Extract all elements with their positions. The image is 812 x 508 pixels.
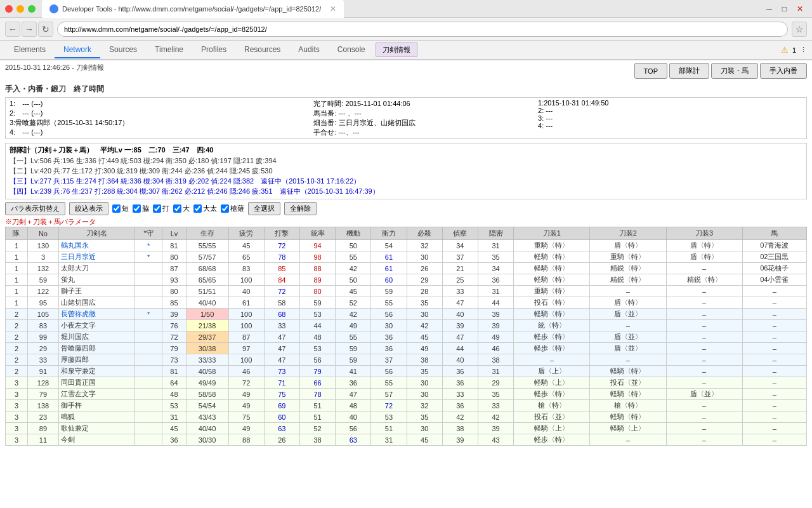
tab-network[interactable]: Network xyxy=(55,42,100,58)
breadcrumb: 2015-10-31 12:46:26 - 刀剣情報 xyxy=(5,63,104,72)
address-input[interactable] xyxy=(57,22,788,37)
table-row[interactable]: 379江雪左文字4858/584975784757303335軽歩〈特〉軽騎〈特… xyxy=(6,389,807,400)
filter-tan[interactable]: 短 xyxy=(112,204,129,213)
window-action-buttons[interactable]: ─ □ ✕ xyxy=(763,4,807,13)
name-cell: 和泉守兼定 xyxy=(59,366,135,377)
warning-count: 1 xyxy=(792,46,796,54)
table-row[interactable]: 389歌仙兼定4540/404963525651303839軽騎〈上〉軽騎〈上〉… xyxy=(6,423,807,434)
col-name: 刀剣名 xyxy=(59,227,135,240)
stats-line-1: 【一】Lv:506 兵:196 生:336 打:449 統:503 槻:294 … xyxy=(10,156,802,166)
content-area: 2015-10-31 12:46:26 - 刀剣情報 TOP 部隊計 刀装・馬 … xyxy=(0,60,812,488)
info-row-1: 1: --- (---) xyxy=(10,99,306,109)
section1-header: 手入・内番・鍛刀 終了時間 xyxy=(5,84,807,95)
tab-katanajouhou[interactable]: 刀剣情報 xyxy=(376,43,417,57)
filter-note: ※刀剣＋刀装＋馬パラメータ xyxy=(5,217,807,227)
teiru-button[interactable]: 手入内番 xyxy=(760,63,807,79)
tab-timeline[interactable]: Timeline xyxy=(146,42,192,58)
col-eq2: 刀装2 xyxy=(590,227,666,240)
col-ctrl: 統率 xyxy=(299,227,335,240)
top-buttons: TOP 部隊計 刀装・馬 手入内番 xyxy=(634,63,807,79)
stats-line-3: 【三】Lv:277 兵:115 生:274 打:364 統:336 槻:304 … xyxy=(10,177,802,186)
table-row[interactable]: 291和泉守兼定8140/584673794156353631盾〈上〉軽騎〈特〉… xyxy=(6,366,807,377)
forward-button[interactable]: → xyxy=(22,22,37,37)
name-cell: 鳴狐 xyxy=(59,411,135,423)
butal-button[interactable]: 部隊計 xyxy=(669,63,709,79)
tab-profiles[interactable]: Profiles xyxy=(192,42,235,58)
name-cell: 厚藤四郎 xyxy=(59,354,135,366)
restore-icon[interactable]: □ xyxy=(778,4,790,13)
table-row[interactable]: 3128同田貫正国6449/497271663655303629軽騎〈上〉投石〈… xyxy=(6,377,807,389)
name-cell: 同田貫正国 xyxy=(59,377,135,389)
close-button[interactable] xyxy=(5,5,13,13)
col-atk: 打撃 xyxy=(264,227,299,240)
stats-header: 部隊計（刀剣＋刀装＋馬） 平均Lv 一:85 二:70 三:47 四:40 xyxy=(10,145,802,155)
table-row[interactable]: 13三日月宗近*8057/576578985561303735軽騎〈特〉重騎〈特… xyxy=(6,251,807,263)
table-row[interactable]: 1132太郎大刀8768/688385884261262134軽騎〈特〉精鋭〈特… xyxy=(6,263,807,274)
devtools-tab-bar: Elements Network Sources Timeline Profil… xyxy=(0,41,812,60)
stats-avg: 平均Lv 一:85 二:70 三:47 四:40 xyxy=(100,146,214,154)
data-table: 隊 No 刀剣名 *守 Lv 生存 疲労 打撃 統率 機動 衝力 必殺 偵察 隠… xyxy=(5,227,807,446)
tab-sources[interactable]: Sources xyxy=(100,42,146,58)
stats-box: 部隊計（刀剣＋刀装＋馬） 平均Lv 一:85 二:70 三:47 四:40 【一… xyxy=(5,143,807,199)
para-toggle-button[interactable]: パラ表示切替え xyxy=(5,202,65,215)
name-cell: 鶴丸国永 xyxy=(59,240,135,251)
info-row-4: 4: --- (---) xyxy=(10,128,306,137)
col-hp: 生存 xyxy=(186,227,228,240)
table-row[interactable]: 283小夜左文字7621/3810033444930423939統〈特〉––– xyxy=(6,320,807,331)
narrow-button[interactable]: 絞込表示 xyxy=(69,202,108,215)
table-row[interactable]: 3138御手杵5354/544969514872323633槍〈特〉槍〈特〉–– xyxy=(6,400,807,411)
maximize-button[interactable] xyxy=(28,5,36,13)
table-row[interactable]: 2105長曽祢虎徹*391/5010068534256304039軽騎〈特〉盾〈… xyxy=(6,309,807,320)
toso-button[interactable]: 刀装・馬 xyxy=(711,63,758,79)
filter-row: パラ表示切替え 絞込表示 短 脇 打 大 大太 槍薙 全選択 全解除 xyxy=(5,202,807,215)
info-complete: 完了時間: 2015-11-01 01:44:06 xyxy=(313,99,530,109)
col-no: No xyxy=(27,227,58,240)
info-mid: 完了時間: 2015-11-01 01:44:06 馬当番: --- 、--- … xyxy=(310,98,534,139)
table-row[interactable]: 1122獅子王8051/514072804559283331重騎〈特〉––– xyxy=(6,286,807,297)
close-icon[interactable]: ✕ xyxy=(793,4,807,13)
name-cell: 今剣 xyxy=(59,434,135,446)
table-row[interactable]: 323鳴狐3143/437560514053354242投石〈並〉軽騎〈特〉–– xyxy=(6,411,807,423)
browser-tab[interactable]: Developer Tools - http://www.dmm.com/net… xyxy=(42,0,344,18)
tab-resources[interactable]: Resources xyxy=(235,42,289,58)
reload-button[interactable]: ↻ xyxy=(38,22,53,37)
bookmark-icon[interactable]: ☆ xyxy=(792,22,807,37)
select-all-button[interactable]: 全選択 xyxy=(248,202,280,215)
filter-nagi[interactable]: 槍薙 xyxy=(221,204,244,213)
filter-daita[interactable]: 大太 xyxy=(193,204,217,213)
devtools-right-panel: ⚠ 1 ⋮ xyxy=(781,45,807,55)
info-right-4: 4: --- xyxy=(538,122,802,130)
col-lv: Lv xyxy=(162,227,186,240)
tab-audits[interactable]: Audits xyxy=(289,42,328,58)
tab-title: Developer Tools - http://www.dmm.com/net… xyxy=(62,5,321,13)
minimize-button[interactable] xyxy=(16,5,24,13)
filter-dai[interactable]: 大 xyxy=(173,204,190,213)
devtools-menu-icon[interactable]: ⋮ xyxy=(800,46,807,54)
table-row[interactable]: 229骨喰藤四郎7930/389747535936494446軽歩〈特〉盾〈並〉… xyxy=(6,343,807,354)
name-cell: 骨喰藤四郎 xyxy=(59,343,135,354)
col-horse: 馬 xyxy=(742,227,806,240)
window-controls[interactable] xyxy=(5,5,36,13)
minimize-icon[interactable]: ─ xyxy=(763,4,776,13)
table-row[interactable]: 1130鶴丸国永*8155/554572945054323431重騎〈特〉盾〈特… xyxy=(6,240,807,251)
col-tai: 隊 xyxy=(6,227,28,240)
tab-console[interactable]: Console xyxy=(329,42,374,58)
filter-waki[interactable]: 脇 xyxy=(133,204,149,213)
table-row[interactable]: 159蛍丸9365/6510084895060292536軽騎〈特〉精鋭〈特〉精… xyxy=(6,274,807,286)
tab-elements[interactable]: Elements xyxy=(5,42,55,58)
col-move: 機動 xyxy=(336,227,371,240)
name-cell: 獅子王 xyxy=(59,286,135,297)
back-button[interactable]: ← xyxy=(5,22,20,37)
top-button[interactable]: TOP xyxy=(634,63,667,79)
info-field: 畑当番: 三日月宗近、山姥切国広 xyxy=(313,118,530,128)
table-row[interactable]: 195山姥切国広8540/406158595255354744投石〈特〉盾〈特〉… xyxy=(6,297,807,309)
table-row[interactable]: 311今剣3630/308826386331453943軽歩〈特〉––– xyxy=(6,434,807,446)
tab-close-icon[interactable]: ✕ xyxy=(330,4,336,13)
table-row[interactable]: 299堀川国広7229/378747485536454749軽歩〈特〉盾〈並〉–… xyxy=(6,331,807,343)
table-row[interactable]: 233厚藤四郎7333/3310047565937384038–––– xyxy=(6,354,807,366)
title-bar: Developer Tools - http://www.dmm.com/net… xyxy=(0,0,812,18)
deselect-all-button[interactable]: 全解除 xyxy=(284,202,317,215)
info-right-1: 1:2015-10-31 01:49:50 xyxy=(538,99,802,107)
col-scout: 偵察 xyxy=(442,227,478,240)
filter-uchi[interactable]: 打 xyxy=(153,204,169,213)
